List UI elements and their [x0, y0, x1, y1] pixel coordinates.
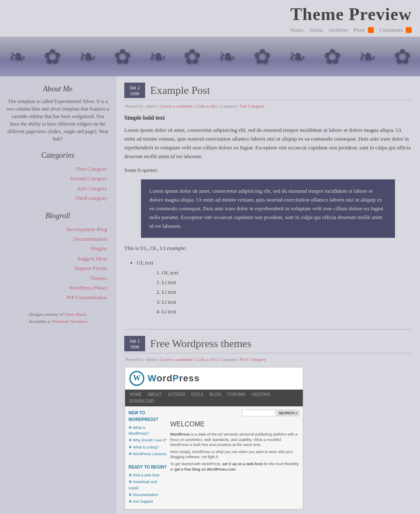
nav-comments[interactable]: Comments	[379, 27, 402, 33]
blogroll-plugins[interactable]: Plugins	[91, 245, 107, 252]
nav-about[interactable]: About	[309, 27, 323, 33]
floral-12: ✿	[394, 45, 411, 69]
sidebar-blogroll-section: Blogroll Development Blog Documentation …	[6, 212, 109, 302]
sidebar-blogroll-item: Themes	[6, 273, 107, 283]
main-nav: Home About Archives Posts Comments	[8, 24, 412, 37]
wp-nav-about: ABOUT	[148, 392, 162, 397]
li-item-4: Li text	[162, 307, 412, 316]
post-meta-example: Posted by: admin | Leave a comment | Lin…	[124, 103, 412, 108]
blogroll-themes[interactable]: Themes	[90, 275, 107, 281]
sidebar-blogroll-item: WP Customization	[6, 292, 107, 302]
nav-archives[interactable]: Archives	[328, 27, 348, 33]
wordpress-screenshot: W WordPress HOME ABOUT EXTEND DOCS BLOG …	[124, 367, 304, 510]
sidebar-blogroll-item: Documentation	[6, 234, 107, 244]
footer-design-label: Design courtesy of	[29, 312, 63, 317]
post-date-example: Jan 2 2008	[124, 83, 145, 98]
post-date-wp: Jan 1 2008	[124, 336, 145, 351]
blogroll-documentation[interactable]: Documentation	[74, 236, 107, 242]
footer-daria-link[interactable]: Daria Black	[65, 312, 87, 317]
ol-item: OL text	[162, 268, 412, 277]
wp-new-heading: NEW TO WORDPRESS?	[128, 410, 167, 423]
leave-comment-link-1[interactable]: Leave a comment	[160, 103, 193, 108]
wp-search-button[interactable]: SEARCH »	[277, 410, 299, 416]
wp-desc-3: To get started with WordPress, set it up…	[170, 461, 299, 472]
post-date-month-wp: Jan 1	[128, 338, 142, 344]
content-area: Jan 2 2008 Example Post Posted by: admin…	[116, 76, 420, 514]
sidebar-category-link-first[interactable]: First Category	[76, 166, 107, 172]
li-list: Li text Li text Li text Li text	[162, 277, 412, 317]
wp-body: NEW TO WORDPRESS? ❖ What is WordPress? ❖…	[125, 406, 303, 509]
link-to-this-2[interactable]: Link to this	[196, 357, 217, 362]
wp-link-5: ❖ Find a web host	[128, 472, 167, 478]
wp-nav-blog: BLOG	[210, 392, 221, 397]
floral-7: ❧	[219, 45, 236, 69]
sidebar-categories-list: First Category Second Category Sub Categ…	[6, 164, 109, 203]
sidebar-category-link-third[interactable]: Third category	[75, 195, 107, 201]
sidebar-blogroll-heading: Blogroll	[6, 212, 109, 220]
floral-4: ✿	[114, 45, 131, 69]
blogroll-wp-planet[interactable]: WordPress Planet	[69, 285, 107, 291]
wp-link-2: ❖ Why should I use it?	[128, 437, 167, 443]
sidebar-category-link-sub[interactable]: Sub Category	[78, 185, 107, 191]
wp-link-1: ❖ What is WordPress?	[128, 425, 167, 437]
blogroll-support-forum[interactable]: Support Forum	[74, 265, 107, 271]
leave-comment-link-2[interactable]: Leave a comment	[160, 357, 193, 362]
sidebar-category-item: Sub Category	[6, 184, 107, 193]
blogroll-wp-customization[interactable]: WP Customization	[66, 294, 107, 300]
wp-search: SEARCH »	[170, 410, 299, 416]
sidebar-category-item: First Category	[6, 164, 107, 174]
post-bold-heading: Simple bold text	[124, 113, 412, 123]
floral-1: ❧	[9, 45, 26, 69]
sidebar-blogroll-item: Development Blog	[6, 224, 107, 234]
wp-nav-home: HOME	[129, 392, 142, 397]
floral-5: ❧	[149, 45, 166, 69]
sidebar: About Me This template is called Experim…	[0, 76, 116, 514]
wp-desc-2: More simply, WordPress is what you use w…	[170, 449, 299, 460]
post-meta-wp: Posted by: admin | Leave a comment | Lin…	[124, 357, 412, 362]
post-content-wp: W WordPress HOME ABOUT EXTEND DOCS BLOG …	[124, 367, 412, 514]
wp-link-3: ❖ What is a blog?	[128, 444, 167, 450]
wp-link-4: ❖ WordPress Lessons	[128, 451, 167, 457]
wp-welcome-heading: WELCOME	[170, 419, 299, 430]
floral-decoration: ❧ ✿ ❧ ✿ ❧ ✿ ❧ ✿ ❧ ✿ ❧ ✿	[0, 37, 420, 76]
post-divider-1	[124, 329, 412, 330]
post-blockquote: Lorem ipsum dolor sit amet, consectetur …	[141, 179, 395, 238]
floral-3: ❧	[79, 45, 96, 69]
bquotes-label: Some b-quotes:	[124, 166, 412, 175]
decorative-banner: ❧ ✿ ❧ ✿ ❧ ✿ ❧ ✿ ❧ ✿ ❧ ✿	[0, 37, 420, 76]
category-link-sub[interactable]: Sub Category	[240, 103, 265, 108]
sidebar-blogroll-list: Development Blog Documentation Plugins S…	[6, 224, 109, 302]
wp-search-input[interactable]	[242, 410, 275, 416]
sidebar-about-heading: About Me	[6, 85, 109, 93]
post-paragraph-1: Lorem ipsum dolor sit amet, consectetur …	[124, 126, 412, 161]
wp-ready-heading: READY TO BEGIN?	[128, 464, 167, 471]
li-item-3: Li text	[162, 297, 412, 307]
ul-ol-label: This is UL, OL, LI example:	[124, 244, 412, 253]
blogroll-suggest-ideas[interactable]: Suggest Ideas	[77, 255, 107, 262]
ol-nested: OL text Li text Li text Li text Li text	[162, 268, 412, 317]
sidebar-category-link-second[interactable]: Second Category	[70, 175, 107, 181]
wp-main-mini: SEARCH » WELCOME WordPress is a state-of…	[170, 410, 299, 506]
wp-nav-bar: HOME ABOUT EXTEND DOCS BLOG FORUMS HOSTI…	[125, 390, 303, 406]
nav-posts[interactable]: Posts	[353, 27, 365, 33]
main-wrapper: About Me This template is called Experim…	[0, 76, 420, 514]
ul-item: UL text	[137, 258, 412, 267]
wp-sidebar-mini: NEW TO WORDPRESS? ❖ What is WordPress? ❖…	[128, 410, 170, 506]
wp-nav-download: DOWNLOAD	[129, 399, 154, 403]
floral-9: ❧	[289, 45, 306, 69]
wp-link-6: ❖ Download and Install	[128, 479, 167, 491]
post-example: Jan 2 2008 Example Post Posted by: admin…	[124, 83, 412, 317]
category-link-first[interactable]: First Category	[240, 357, 266, 362]
wp-logo-circle: W	[129, 371, 144, 386]
sidebar-blogroll-item: Support Forum	[6, 263, 107, 273]
wp-desc-1: WordPress is a state-of-the-art semantic…	[170, 432, 299, 448]
nav-home[interactable]: Home	[290, 27, 304, 33]
wp-nav-hosting: HOSTING	[251, 392, 271, 397]
link-to-this-1[interactable]: Link to this	[196, 103, 217, 108]
site-header: Theme Preview Home About Archives Posts …	[0, 0, 420, 37]
blogroll-development-blog[interactable]: Development Blog	[66, 226, 107, 232]
posts-rss-icon	[368, 27, 374, 33]
sidebar-about-section: About Me This template is called Experim…	[6, 85, 109, 143]
footer-webernet-link[interactable]: Webernet Architect	[52, 319, 87, 324]
comments-rss-icon	[406, 27, 412, 33]
